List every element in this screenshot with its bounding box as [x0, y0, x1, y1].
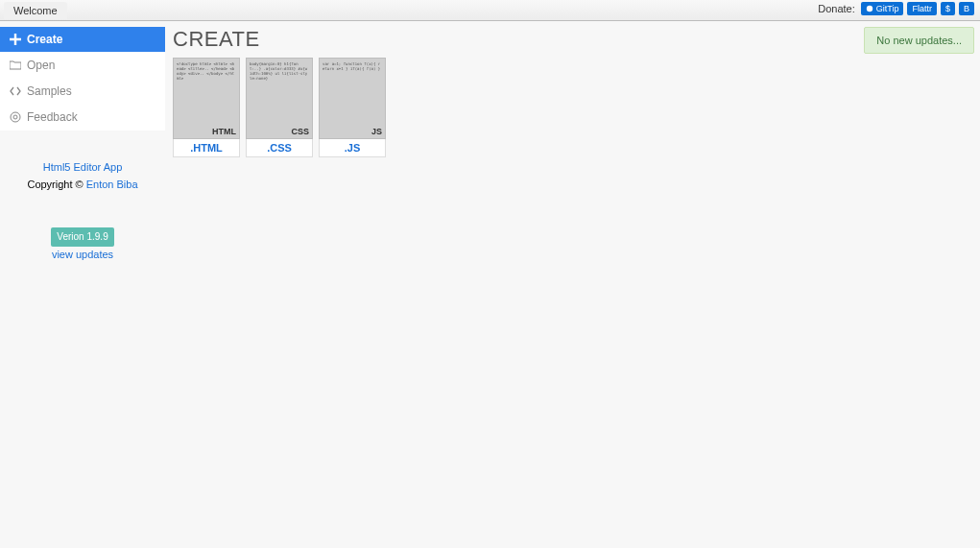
folder-icon: [10, 60, 21, 71]
create-tile-js[interactable]: var a=1; function f(x){ return x+1 } if(…: [319, 58, 386, 157]
version-block: Verion 1.9.9 view updates: [0, 227, 165, 264]
content-area: Create Open Samples Feedback Html5 Edito…: [0, 21, 980, 548]
create-tile-html[interactable]: <!doctype html> <html> <head> <title>.. …: [173, 58, 240, 157]
create-tile-row: <!doctype html> <html> <head> <title>.. …: [173, 58, 972, 157]
copyright-line: Copyright © Enton Biba: [0, 177, 165, 194]
main-panel: No new updates... CREATE <!doctype html>…: [165, 21, 980, 548]
donate-label: Donate:: [818, 3, 855, 14]
donate-bitcoin-badge[interactable]: B: [959, 2, 974, 15]
tile-preview-code: var a=1; function f(x){ return x+1 } if(…: [323, 61, 382, 71]
sidebar-item-label: Create: [27, 33, 62, 46]
sidebar-item-create[interactable]: Create: [0, 27, 165, 53]
copyright-prefix: Copyright ©: [27, 179, 85, 190]
sidebar-item-label: Samples: [27, 84, 72, 98]
plus-icon: [10, 34, 21, 45]
svg-point-1: [11, 112, 20, 122]
tile-preview: <!doctype html> <html> <head> <title>.. …: [173, 58, 240, 139]
tile-preview-tag: JS: [371, 127, 382, 136]
sidebar-footer: Html5 Editor App Copyright © Enton Biba …: [0, 159, 165, 264]
sidebar-item-label: Feedback: [27, 110, 78, 124]
code-icon: [10, 85, 21, 97]
donate-dollar-badge[interactable]: $: [941, 2, 955, 15]
donate-flattr-badge[interactable]: Flattr: [907, 2, 937, 15]
sidebar-item-samples[interactable]: Samples: [0, 79, 165, 105]
tile-preview-tag: CSS: [291, 127, 309, 136]
tile-preview-tag: HTML: [212, 127, 236, 136]
tab-bar: Welcome Donate: GitTip Flattr $ B: [0, 0, 980, 21]
sidebar-item-open[interactable]: Open: [0, 53, 165, 79]
tile-label: .HTML: [173, 139, 240, 157]
tile-label: .CSS: [246, 139, 313, 157]
author-link[interactable]: Enton Biba: [86, 179, 138, 190]
donate-section: Donate: GitTip Flattr $ B: [818, 2, 974, 15]
sidebar-item-feedback[interactable]: Feedback: [0, 105, 165, 131]
tile-preview-code: body{margin:0} h1{font:..} .a{color:#333…: [250, 61, 309, 81]
tile-preview-code: <!doctype html> <html> <head> <title>.. …: [177, 61, 236, 81]
donate-gittip-label: GitTip: [876, 4, 899, 13]
page-title: CREATE: [173, 27, 972, 52]
svg-point-0: [867, 6, 872, 12]
tile-preview: body{margin:0} h1{font:..} .a{color:#333…: [246, 58, 313, 139]
create-tile-css[interactable]: body{margin:0} h1{font:..} .a{color:#333…: [246, 58, 313, 157]
app-name-link[interactable]: Html5 Editor App: [43, 161, 123, 173]
sidebar: Create Open Samples Feedback Html5 Edito…: [0, 21, 165, 548]
view-updates-link[interactable]: view updates: [52, 249, 113, 260]
version-badge: Verion 1.9.9: [51, 227, 113, 247]
sidebar-item-label: Open: [27, 59, 55, 72]
donate-gittip-badge[interactable]: GitTip: [861, 2, 904, 15]
svg-point-2: [13, 115, 17, 119]
tile-preview: var a=1; function f(x){ return x+1 } if(…: [319, 58, 386, 139]
update-notice: No new updates...: [864, 27, 974, 54]
gittip-icon: [866, 5, 873, 12]
at-icon: [10, 111, 21, 123]
tile-label: .JS: [319, 139, 386, 157]
tab-welcome[interactable]: Welcome: [4, 2, 67, 19]
